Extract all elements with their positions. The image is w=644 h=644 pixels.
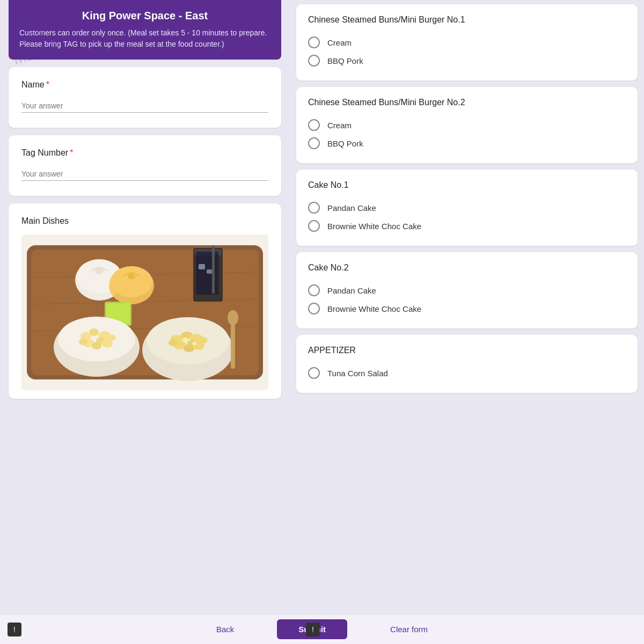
svg-point-16: [128, 274, 135, 279]
required-star-tag: *: [70, 148, 73, 157]
option-label: Tuna Corn Salad: [327, 369, 388, 378]
radio-button[interactable]: [308, 119, 320, 131]
svg-rect-43: [231, 320, 235, 369]
bottom-bar: Back Submit Clear form: [0, 614, 644, 644]
option-label: Cream: [327, 121, 352, 130]
svg-point-31: [147, 317, 229, 364]
option-label: Pandan Cake: [327, 286, 376, 295]
radio-cream-no2[interactable]: Cream: [308, 116, 626, 134]
radio-cream-no1[interactable]: Cream: [308, 33, 626, 52]
appetizer-card: APPETIZER Tuna Corn Salad: [296, 335, 638, 393]
tag-number-label: Tag Number*: [21, 148, 268, 158]
svg-point-39: [169, 340, 178, 346]
radio-brownie-no1[interactable]: Brownie White Choc Cake: [308, 217, 626, 235]
svg-point-15: [111, 266, 152, 297]
option-label: BBQ Pork: [327, 56, 363, 65]
header-description: Customers can order only once. (Meal set…: [19, 27, 270, 50]
svg-point-13: [95, 268, 104, 274]
main-dishes-title: Main Dishes: [21, 216, 268, 226]
page-title: King Power Space - East: [19, 10, 270, 22]
svg-rect-9: [207, 269, 212, 274]
warning-icon-left: !: [8, 623, 21, 636]
buns-no1-card: Chinese Steamed Buns/Mini Burger No.1 Cr…: [296, 4, 638, 80]
appetizer-title: APPETIZER: [308, 346, 626, 355]
svg-point-40: [198, 337, 208, 343]
main-dishes-card: Main Dishes: [9, 203, 281, 399]
option-label: Cream: [327, 38, 352, 47]
buns-no2-title: Chinese Steamed Buns/Mini Burger No.2: [308, 98, 626, 107]
back-button[interactable]: Back: [216, 625, 234, 634]
svg-rect-8: [199, 264, 205, 269]
option-label: Brownie White Choc Cake: [327, 222, 421, 231]
radio-pandan-no1[interactable]: Pandan Cake: [308, 199, 626, 217]
name-input[interactable]: [21, 99, 268, 113]
radio-button[interactable]: [308, 303, 320, 314]
warning-icon-right: !: [306, 623, 320, 636]
buns-no2-card: Chinese Steamed Buns/Mini Burger No.2 Cr…: [296, 87, 638, 163]
radio-button[interactable]: [308, 137, 320, 149]
cake-no1-title: Cake No.1: [308, 180, 626, 190]
radio-tuna-corn[interactable]: Tuna Corn Salad: [308, 364, 626, 382]
radio-button[interactable]: [308, 220, 320, 232]
cake-no2-card: Cake No.2 Pandan Cake Brownie White Choc…: [296, 252, 638, 328]
buns-no1-title: Chinese Steamed Buns/Mini Burger No.1: [308, 15, 626, 25]
option-label: Pandan Cake: [327, 203, 376, 213]
svg-point-29: [107, 334, 116, 341]
svg-point-42: [192, 342, 196, 345]
svg-point-37: [184, 345, 194, 352]
tag-number-input[interactable]: [21, 167, 268, 181]
tag-number-field-card: Tag Number*: [9, 135, 281, 196]
radio-button[interactable]: [308, 367, 320, 379]
svg-point-44: [228, 310, 238, 325]
radio-button[interactable]: [308, 55, 320, 67]
radio-bbqpork-no2[interactable]: BBQ Pork: [308, 134, 626, 152]
required-star: *: [46, 80, 49, 89]
svg-point-22: [89, 328, 99, 336]
radio-bbqpork-no1[interactable]: BBQ Pork: [308, 52, 626, 70]
radio-brownie-no2[interactable]: Brownie White Choc Cake: [308, 299, 626, 318]
svg-rect-10: [212, 245, 215, 294]
radio-button[interactable]: [308, 202, 320, 214]
radio-button[interactable]: [308, 284, 320, 296]
svg-point-28: [79, 339, 87, 345]
name-field-card: Name*: [9, 67, 281, 128]
option-label: Brownie White Choc Cake: [327, 304, 421, 313]
option-label: BBQ Pork: [327, 139, 363, 148]
svg-point-26: [92, 342, 101, 349]
clear-form-button[interactable]: Clear form: [390, 625, 428, 634]
radio-button[interactable]: [308, 36, 320, 48]
name-label: Name*: [21, 80, 268, 90]
food-image: [21, 235, 268, 390]
header-card: King Power Space - East Customers can or…: [9, 0, 281, 60]
cake-no1-card: Cake No.1 Pandan Cake Brownie White Choc…: [296, 170, 638, 246]
cake-no2-title: Cake No.2: [308, 263, 626, 273]
svg-point-41: [182, 338, 188, 342]
radio-pandan-no2[interactable]: Pandan Cake: [308, 281, 626, 299]
